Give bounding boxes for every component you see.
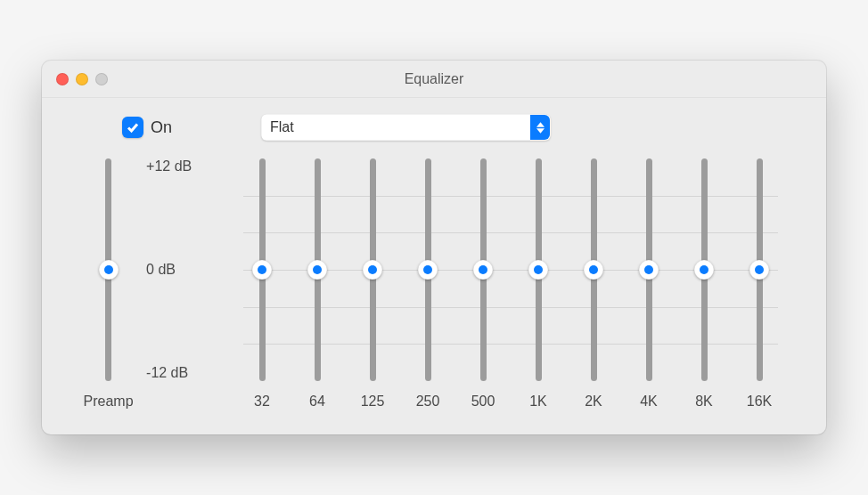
preamp-label: Preamp (84, 394, 134, 410)
slider-knob[interactable] (749, 260, 769, 280)
traffic-lights (56, 73, 108, 85)
on-label: On (151, 118, 172, 137)
band-label: 250 (416, 394, 440, 410)
db-label-bot: -12 dB (146, 365, 206, 381)
band-slider[interactable] (639, 158, 659, 381)
slider-knob[interactable] (99, 260, 119, 280)
band-slider[interactable] (307, 158, 327, 381)
zoom-icon[interactable] (95, 73, 108, 85)
svg-marker-0 (536, 122, 545, 126)
preset-select[interactable]: Flat (261, 114, 551, 141)
band-label: 500 (471, 394, 495, 410)
band-slider-2k: 2K (566, 158, 621, 410)
band-label: 1K (529, 394, 547, 410)
band-slider-4k: 4K (621, 158, 676, 410)
band-label: 8K (695, 394, 713, 410)
slider-knob[interactable] (418, 260, 438, 280)
svg-marker-1 (536, 128, 545, 133)
preamp-slider[interactable] (99, 158, 119, 381)
close-icon[interactable] (56, 73, 69, 85)
band-label: 125 (361, 394, 385, 410)
equalizer-window: Equalizer On Flat Preamp +12 dB (42, 61, 826, 434)
band-label: 4K (640, 394, 658, 410)
eq-area: Preamp +12 dB 0 dB -12 dB 32 (42, 150, 826, 434)
db-labels: +12 dB 0 dB -12 dB (135, 158, 206, 381)
band-label: 2K (585, 394, 602, 410)
band-sliders: 32 64 125 250 (234, 158, 787, 410)
slider-knob[interactable] (252, 260, 272, 280)
slider-knob[interactable] (528, 260, 548, 280)
band-slider-250: 250 (400, 158, 455, 410)
band-slider-64: 64 (290, 158, 345, 410)
band-slider[interactable] (473, 158, 493, 381)
band-slider-8k: 8K (676, 158, 732, 410)
band-label: 32 (254, 394, 270, 410)
band-slider[interactable] (252, 158, 272, 381)
band-label: 64 (309, 394, 325, 410)
on-checkbox[interactable] (122, 117, 143, 138)
band-slider[interactable] (418, 158, 438, 381)
preamp-slider-column: Preamp (81, 158, 135, 410)
window-title: Equalizer (405, 71, 464, 87)
checkmark-icon (126, 120, 140, 134)
band-slider[interactable] (694, 158, 714, 381)
on-checkbox-wrap: On (122, 117, 172, 138)
band-label: 16K (747, 394, 772, 410)
band-slider-16k: 16K (732, 158, 787, 410)
preset-value: Flat (270, 119, 294, 135)
band-slider[interactable] (528, 158, 548, 381)
slider-knob[interactable] (363, 260, 382, 280)
slider-knob[interactable] (639, 260, 659, 280)
band-slider-500: 500 (455, 158, 511, 410)
controls-row: On Flat (42, 98, 826, 150)
band-slider[interactable] (363, 158, 382, 381)
db-label-top: +12 dB (146, 158, 206, 174)
band-slider-125: 125 (345, 158, 400, 410)
minimize-icon[interactable] (76, 73, 88, 85)
band-slider[interactable] (749, 158, 769, 381)
band-slider-1k: 1K (511, 158, 566, 410)
band-slider-32: 32 (234, 158, 290, 410)
slider-knob[interactable] (473, 260, 493, 280)
slider-knob[interactable] (307, 260, 327, 280)
select-arrows-icon (530, 115, 550, 140)
titlebar: Equalizer (42, 61, 826, 98)
slider-knob[interactable] (584, 260, 603, 280)
band-slider[interactable] (584, 158, 603, 381)
slider-knob[interactable] (694, 260, 714, 280)
db-label-mid: 0 dB (146, 262, 206, 278)
